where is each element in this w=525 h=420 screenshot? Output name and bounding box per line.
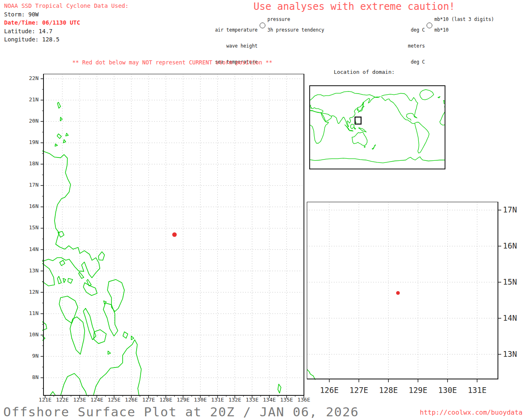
legend-pressure-tendency: 3h pressure tendency (267, 27, 324, 33)
zoom-map-lon-tick-label: 126E (317, 386, 342, 395)
plot-canvas: NOAA SSD Tropical Cyclone Data Used: Sto… (0, 0, 525, 420)
storm-info-block: NOAA SSD Tropical Cyclone Data Used: Sto… (4, 2, 128, 44)
unit-deg-c-bot: deg C (386, 59, 425, 65)
main-map-lon-tick-label: 132E (226, 397, 244, 403)
storm-position-dot-zoom (396, 291, 400, 295)
world-map-frame (310, 86, 445, 169)
main-map-lat-tick-label: 10N (20, 331, 39, 338)
zoom-map-coastline-fragment (307, 368, 315, 379)
zoom-map-lat-tick-label: 15N (503, 277, 517, 286)
zoom-map-lon-tick-label: 127E (347, 386, 371, 395)
source-url-link[interactable]: http://coolwx.com/buoydata (410, 409, 523, 416)
caution-banner: Use analyses with extreme caution! (253, 1, 467, 12)
zoom-map-lon-tick-label: 131E (465, 386, 489, 395)
main-map-lon-tick-label: 125E (105, 397, 123, 403)
main-map-lon-tick-label: 130E (191, 397, 209, 403)
main-map-lat-tick-label: 17N (20, 182, 39, 188)
zoom-map-lat-tick-label: 17N (503, 205, 517, 214)
main-map-lon-tick-label: 134E (260, 397, 278, 403)
zoom-map-lat-tick-label: 13N (503, 349, 517, 358)
unit-meters: meters (386, 43, 425, 49)
main-map-lon-tick-label: 136E (295, 397, 313, 403)
storm-position-dot-main (172, 233, 177, 237)
main-map-lon-tick-label: 121E (36, 397, 54, 403)
longitude-line: Longitude: 128.5 (4, 35, 128, 44)
main-map-lat-tick-label: 13N (20, 267, 39, 274)
zoom-map-lat-tick-label: 16N (503, 241, 517, 250)
main-map-lon-tick-label: 129E (174, 397, 192, 403)
main-map-lon-tick-label: 126E (122, 397, 140, 403)
legend-air-temperature: air temperature (180, 27, 258, 33)
main-map-lon-tick-label: 131E (208, 397, 226, 403)
zoom-map-frame (307, 202, 501, 382)
plot-title: Offshore Surface Plot at 20Z / JAN 06, 2… (3, 404, 359, 419)
storm-id-line: Storm: 90W (4, 10, 128, 19)
inset-map-title: Location of domain: (323, 69, 405, 75)
unit-mb10-digits: mb*10 (last 3 digits) (434, 17, 494, 22)
zoom-map-lat-tick-label: 14N (503, 313, 517, 322)
main-map-lat-tick-label: 9N (20, 353, 39, 359)
main-map-lon-tick-label: 122E (53, 397, 71, 403)
world-inset-map (309, 85, 445, 169)
datetime-line: Date/Time: 06/1130 UTC (4, 18, 128, 27)
storm-position-warning: ** Red dot below may NOT represent CURRE… (66, 59, 279, 66)
main-map-lat-tick-label: 21N (20, 96, 39, 103)
main-map-lat-tick-label: 8N (20, 374, 39, 380)
zoom-map-gridlines (307, 202, 498, 379)
zoom-map (307, 202, 504, 386)
main-map-lat-tick-label: 15N (20, 224, 39, 231)
main-map-lon-tick-label: 135E (278, 397, 296, 403)
legend-wave-height: wave height (180, 43, 258, 49)
station-legend-units-left: deg C meters deg C (386, 17, 425, 75)
main-map-lat-tick-label: 19N (20, 139, 39, 145)
main-map-lon-tick-label: 123E (71, 397, 89, 403)
main-map-lat-tick-label: 11N (20, 310, 39, 316)
main-map-lon-tick-label: 124E (88, 397, 106, 403)
main-map-lat-tick-label: 22N (20, 75, 39, 81)
main-map (41, 74, 308, 400)
zoom-map-lon-tick-label: 128E (376, 386, 401, 395)
station-circle-icon (260, 23, 265, 28)
main-map-lat-tick-label: 20N (20, 118, 39, 124)
coastlines-philippines (42, 102, 281, 395)
main-map-lat-tick-label: 14N (20, 246, 39, 252)
main-map-lon-tick-label: 128E (157, 397, 175, 403)
unit-mb10: mb*10 (434, 27, 449, 33)
zoom-map-lon-tick-label: 129E (406, 386, 430, 395)
world-coastlines (309, 89, 445, 163)
main-map-lon-tick-label: 127E (139, 397, 158, 403)
station-circle-icon-2 (427, 23, 432, 28)
latitude-line: Latitude: 14.7 (4, 27, 128, 36)
main-map-lat-tick-label: 16N (20, 203, 39, 209)
unit-deg-c-top: deg C (386, 27, 425, 33)
main-map-lat-tick-label: 12N (20, 289, 39, 295)
main-map-lon-tick-label: 133E (243, 397, 261, 403)
data-source-line: NOAA SSD Tropical Cyclone Data Used: (4, 2, 128, 10)
main-map-frame (41, 74, 304, 398)
legend-pressure: pressure (267, 17, 290, 22)
zoom-map-lon-tick-label: 130E (435, 386, 460, 395)
main-map-lat-tick-label: 18N (20, 160, 39, 167)
station-legend-left-labels: air temperature wave height sea temperat… (180, 17, 258, 75)
